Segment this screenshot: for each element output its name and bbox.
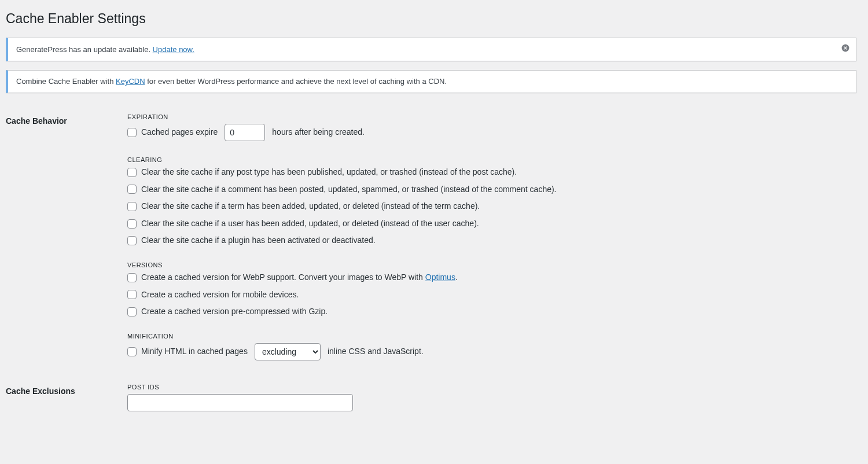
version-webp-checkbox[interactable] (127, 273, 137, 282)
post-ids-input[interactable] (127, 394, 353, 411)
minify-label-after: inline CSS and JavaScript. (328, 346, 424, 358)
clear-post-label: Clear the site cache if any post type ha… (141, 167, 517, 178)
keycdn-link[interactable]: KeyCDN (116, 77, 145, 86)
page-title: Cache Enabler Settings (6, 6, 856, 29)
clear-post-checkbox[interactable] (127, 168, 137, 177)
version-mobile-checkbox[interactable] (127, 290, 137, 299)
notice-keycdn-before: Combine Cache Enabler with (16, 77, 116, 86)
expiration-label-after: hours after being created. (272, 127, 365, 138)
clear-comment-label: Clear the site cache if a comment has be… (141, 184, 557, 196)
minify-mode-select[interactable]: excluding (255, 343, 321, 360)
version-webp-label-after: . (455, 272, 458, 282)
update-now-link[interactable]: Update now. (153, 45, 194, 54)
subheading-clearing: CLEARING (127, 156, 851, 163)
settings-form-table: Cache Behavior EXPIRATION Cached pages e… (6, 105, 856, 420)
subheading-post-ids: POST IDS (127, 384, 851, 391)
clear-comment-checkbox[interactable] (127, 185, 137, 194)
notice-update: GeneratePress has an update available. U… (6, 38, 856, 61)
clear-user-label: Clear the site cache if a user has been … (141, 218, 479, 230)
clear-term-checkbox[interactable] (127, 202, 137, 211)
version-gzip-label: Create a cached version pre-compressed w… (141, 306, 328, 318)
expiration-checkbox[interactable] (127, 128, 137, 137)
expiration-hours-input[interactable] (225, 124, 265, 141)
expiration-label-before: Cached pages expire (141, 127, 218, 138)
minify-label-before: Minify HTML in cached pages (141, 346, 248, 358)
subheading-versions: VERSIONS (127, 262, 851, 268)
subheading-expiration: EXPIRATION (127, 113, 851, 120)
minify-checkbox[interactable] (127, 347, 137, 356)
notice-keycdn-after: for even better WordPress performance an… (145, 77, 447, 86)
dismiss-notice-button[interactable] (836, 38, 855, 58)
version-webp-label-before: Create a cached version for WebP support… (141, 272, 425, 282)
clear-plugin-label: Clear the site cache if a plugin has bee… (141, 235, 376, 246)
version-mobile-label: Create a cached version for mobile devic… (141, 289, 299, 301)
subheading-minification: MINIFICATION (127, 333, 851, 340)
notice-keycdn: Combine Cache Enabler with KeyCDN for ev… (6, 70, 856, 94)
section-exclusions-title: Cache Exclusions (6, 375, 122, 420)
close-icon (841, 43, 850, 53)
clear-user-checkbox[interactable] (127, 219, 137, 229)
clear-plugin-checkbox[interactable] (127, 236, 137, 245)
notice-update-text: GeneratePress has an update available. (16, 45, 153, 54)
version-gzip-checkbox[interactable] (127, 307, 137, 316)
section-behavior-title: Cache Behavior (6, 105, 122, 375)
clear-term-label: Clear the site cache if a term has been … (141, 201, 480, 212)
optimus-link[interactable]: Optimus (425, 272, 455, 282)
